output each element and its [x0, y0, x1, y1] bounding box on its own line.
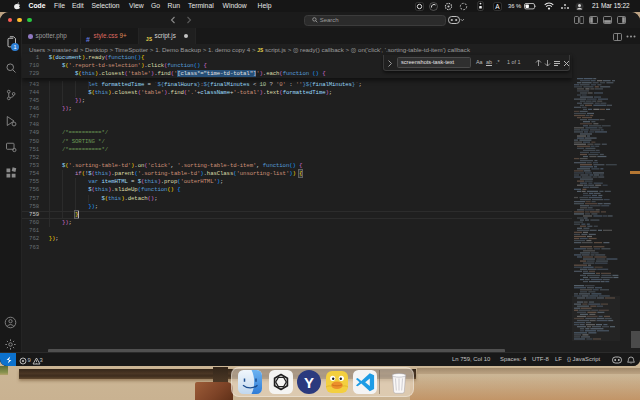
svg-text:A: A — [495, 3, 500, 10]
svg-text:Y: Y — [304, 374, 314, 391]
